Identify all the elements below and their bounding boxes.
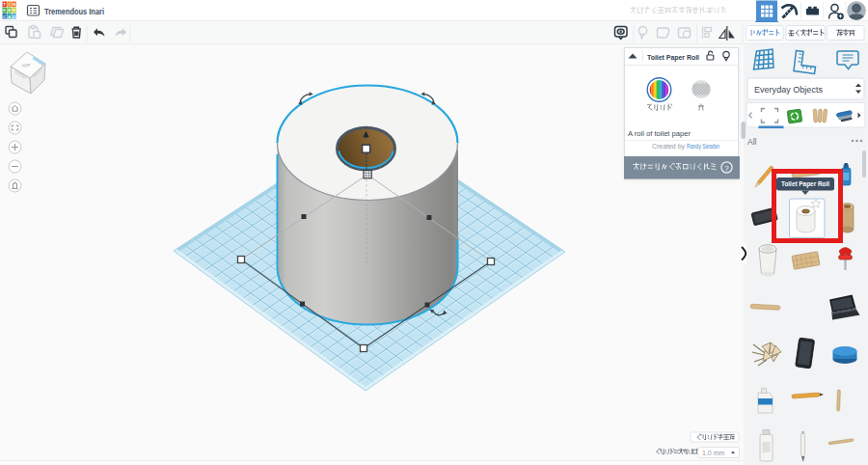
svg-text:T: T (3, 2, 6, 7)
svg-text:Tremendous Inari: Tremendous Inari (44, 7, 104, 16)
svg-text:D: D (13, 14, 15, 19)
svg-text:I: I (9, 2, 10, 7)
svg-text:Toilet Paper Roll: Toilet Paper Roll (781, 179, 829, 188)
svg-text:1.0 mm: 1.0 mm (702, 450, 725, 456)
svg-text:N: N (13, 2, 15, 7)
svg-text:E: E (8, 8, 11, 13)
